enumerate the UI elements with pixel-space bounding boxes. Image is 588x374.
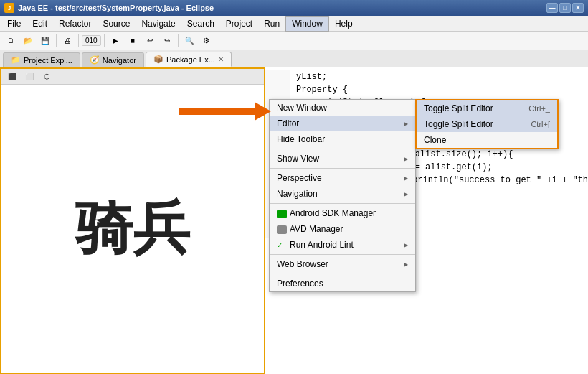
menu-help[interactable]: Help: [329, 16, 359, 32]
menu-bar: File Edit Refactor Source Navigate Searc…: [0, 16, 588, 32]
toolbar-print[interactable]: 🖨: [60, 33, 75, 49]
toolbar-sep-3: [104, 34, 105, 47]
menu-run-android-lint[interactable]: ✓Run Android Lint: [270, 237, 415, 253]
tab-icon: 🧭: [90, 55, 100, 65]
menu-search[interactable]: Search: [181, 16, 220, 32]
toolbar-sep-2: [78, 34, 79, 47]
toolbar-open[interactable]: 📂: [20, 33, 36, 49]
dd-sep-3: [270, 203, 415, 204]
tab-icon: 📁: [11, 55, 21, 65]
tab-bar: 📁 Project Expl... 🧭 Navigator 📦 Package …: [0, 50, 588, 67]
left-toolbar-btn2[interactable]: ⬜: [22, 69, 37, 85]
menu-web-browser[interactable]: Web Browser: [270, 256, 415, 272]
menu-run[interactable]: Run: [258, 16, 285, 32]
submenu-toggle-split-1[interactable]: Toggle Split Editor Ctrl+_: [417, 100, 557, 116]
dd-sep-4: [270, 254, 415, 255]
toolbar-step2[interactable]: ↪: [159, 33, 175, 49]
toolbar-settings[interactable]: ⚙: [199, 33, 214, 49]
tab-label: Package Ex...: [166, 55, 215, 64]
dd-sep-2: [270, 168, 415, 169]
toolbar-stop[interactable]: ■: [125, 33, 141, 49]
left-toolbar-btn3[interactable]: ⬡: [39, 69, 54, 85]
tab-label: Navigator: [103, 56, 136, 65]
toolbar-sep-4: [178, 34, 179, 47]
menu-new-window[interactable]: New Window: [270, 100, 415, 116]
submenu-toggle-split-2[interactable]: Toggle Split Editor Ctrl+[: [417, 116, 557, 132]
toolbar: 🗋 📂 💾 🖨 010 ▶ ■ ↩ ↪ 🔍 ⚙: [0, 32, 588, 50]
toolbar-badge: 010: [82, 35, 101, 46]
app-icon: J: [4, 3, 14, 13]
tab-package-explorer[interactable]: 📦 Package Ex... ✕: [146, 52, 232, 67]
code-line: yList;: [265, 70, 588, 83]
menu-edit[interactable]: Edit: [27, 16, 53, 32]
menu-editor[interactable]: Editor: [270, 116, 415, 131]
menu-android-sdk-manager[interactable]: Android SDK Manager: [270, 205, 415, 221]
main-content: ⬛ ⬜ ⬡ 骑兵 yList; Property {: [0, 67, 588, 374]
window-dropdown-menu: New Window Editor Hide Toolbar Show View…: [269, 99, 416, 292]
chinese-characters: 骑兵: [75, 190, 190, 268]
minimize-button[interactable]: —: [546, 3, 558, 13]
menu-refactor[interactable]: Refactor: [53, 16, 97, 32]
toolbar-sep-1: [56, 34, 57, 47]
editor-submenu: Toggle Split Editor Ctrl+_ Toggle Split …: [415, 99, 559, 149]
left-panel-content: 骑兵: [1, 85, 264, 373]
maximize-button[interactable]: □: [559, 3, 571, 13]
toolbar-search[interactable]: 🔍: [181, 33, 197, 49]
menu-project[interactable]: Project: [220, 16, 258, 32]
code-line: Property {: [265, 83, 588, 96]
menu-preferences[interactable]: Preferences: [270, 276, 415, 291]
menu-navigation[interactable]: Navigation: [270, 186, 415, 202]
window-controls: — □ ✕: [546, 3, 584, 13]
left-panel-toolbar: ⬛ ⬜ ⬡: [1, 69, 264, 85]
window-title: Java EE - test/src/test/SystemProperty.j…: [18, 4, 214, 12]
tab-navigator[interactable]: 🧭 Navigator: [82, 52, 144, 67]
toolbar-step[interactable]: ↩: [142, 33, 158, 49]
menu-hide-toolbar[interactable]: Hide Toolbar: [270, 131, 415, 147]
dd-sep-5: [270, 274, 415, 274]
menu-avd-manager[interactable]: AVD Manager: [270, 221, 415, 237]
menu-window[interactable]: Window: [285, 16, 329, 32]
toolbar-new[interactable]: 🗋: [3, 33, 19, 49]
menu-file[interactable]: File: [1, 16, 27, 32]
toolbar-save[interactable]: 💾: [37, 33, 53, 49]
menu-perspective[interactable]: Perspective: [270, 170, 415, 186]
toolbar-debug[interactable]: ▶: [108, 33, 123, 49]
tab-close-icon[interactable]: ✕: [218, 55, 224, 63]
submenu-clone[interactable]: Clone: [417, 132, 557, 148]
left-panel: ⬛ ⬜ ⬡ 骑兵: [0, 67, 265, 374]
tab-icon: 📦: [153, 55, 163, 64]
tab-project-explorer[interactable]: 📁 Project Expl...: [3, 52, 80, 67]
tab-label: Project Expl...: [24, 56, 72, 65]
left-toolbar-btn1[interactable]: ⬛: [4, 69, 20, 85]
menu-show-view[interactable]: Show View: [270, 151, 415, 167]
menu-navigate[interactable]: Navigate: [136, 16, 181, 32]
close-button[interactable]: ✕: [572, 3, 584, 13]
dd-sep-1: [270, 149, 415, 149]
menu-source[interactable]: Source: [97, 16, 136, 32]
title-bar: J Java EE - test/src/test/SystemProperty…: [0, 0, 588, 16]
